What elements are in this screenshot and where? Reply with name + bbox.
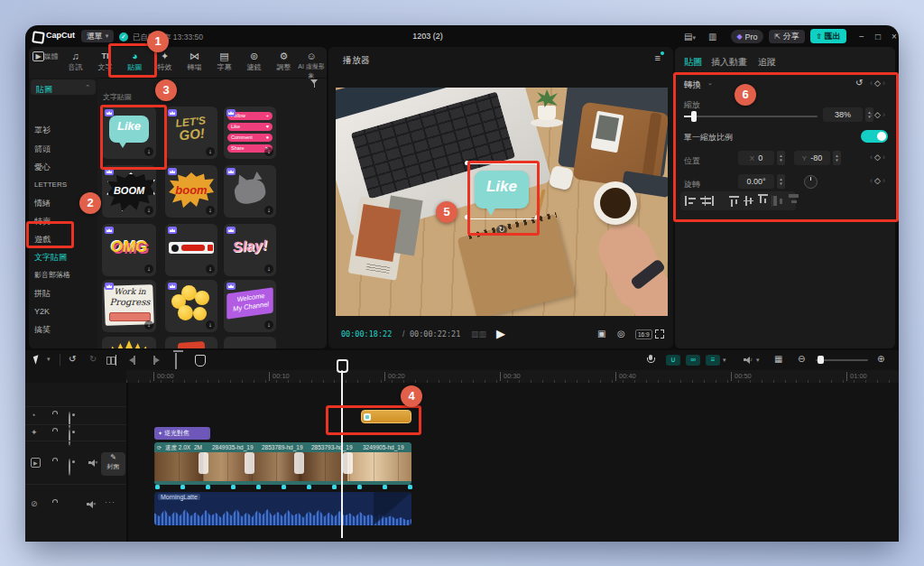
collapse-icon: ⌃ [85,79,90,95]
transition-handle[interactable] [245,452,254,474]
timeline-view-icon[interactable]: ▦ [774,354,782,364]
effect-clip[interactable]: ✦ 逆光對焦 [154,427,210,440]
chevron-down-icon[interactable]: ▾ [756,357,760,364]
greenscreen-icon[interactable]: ▣ [597,329,605,339]
minimize-button[interactable]: − [855,32,868,42]
download-icon[interactable]: ↓ [206,206,215,215]
mask-icon[interactable] [195,355,206,367]
download-icon[interactable]: ↓ [264,320,273,329]
sidebar-header[interactable]: 貼圖 ⌃ [31,79,96,95]
transition-handle[interactable] [343,452,353,474]
download-icon[interactable]: ↓ [206,320,215,329]
sticker-tile-boom-red[interactable]: boom ↓ [165,165,217,218]
pro-button[interactable]: ◆Pro [731,30,763,43]
tab-sticker-props[interactable]: 貼圖 [684,56,702,69]
fullscreen-icon[interactable] [655,329,664,339]
notification-dot [661,51,664,55]
download-icon[interactable]: ↓ [264,206,273,215]
redo-icon[interactable]: ↻ [89,354,97,364]
sidebar-item-arrows[interactable]: 箭頭 [34,140,97,158]
tab-transitions[interactable]: ⋈轉場 [180,50,209,72]
tab-insert-animation[interactable]: 插入動畫 [711,56,747,69]
adjust-icon: ⚙ [269,50,299,62]
audio-clip[interactable]: MorningLatte [154,492,411,525]
link-toggle-icon[interactable]: ∞ [686,355,700,366]
zoom-slider-thumb[interactable] [818,356,824,364]
tab-ai-avatar[interactable]: ☺AI 虛擬形象 [296,50,327,80]
sticker-tile-welcome[interactable]: Welcome My Channel ↓ [224,280,276,332]
layout-icon[interactable]: ▤▾ [684,32,696,42]
download-icon[interactable]: ↓ [264,147,273,156]
frame-view-icon[interactable]: ▥▥ [471,329,486,339]
sticker-tile-partial[interactable] [102,337,156,348]
sticker-tile-boom-bw[interactable]: BOOM ↓ [102,165,156,218]
download-icon[interactable]: ↓ [144,206,153,215]
chevron-down-icon[interactable]: ▾ [47,356,51,363]
play-button[interactable]: ▶ [496,327,505,340]
download-icon[interactable]: ↓ [144,264,153,274]
menu-button[interactable]: 選單▾ [81,30,114,42]
timeline-ruler[interactable]: 00:00 00:10 00:20 00:30 00:40 00:50 01:0… [126,370,899,383]
zoom-in-icon[interactable]: ⊕ [877,354,884,364]
sticker-tile-partial[interactable] [165,337,217,348]
playhead-head[interactable] [337,359,348,373]
snap-toggle-icon[interactable]: ∪ [666,355,680,366]
sticker-tile-wip[interactable]: Work in Progress ↓ [102,280,156,332]
select-tool-icon[interactable] [33,355,41,364]
tab-captions[interactable]: ▤字幕 [209,50,239,72]
sticker-tile-slay[interactable]: Slay! ↓ [224,224,276,276]
download-icon[interactable]: ↓ [144,320,153,329]
sidebar-item-text-stickers[interactable]: 文字貼圖 [34,248,97,266]
transition-handle[interactable] [199,452,208,474]
delete-icon[interactable] [175,353,177,369]
focus-icon[interactable]: ◎ [617,329,625,339]
maximize-button[interactable]: □ [872,32,884,42]
download-icon[interactable]: ↓ [264,264,273,274]
preview-axis-toggle-icon[interactable]: ≡ [706,355,720,366]
tab-adjust[interactable]: ⚙調整 [269,50,299,72]
thumb-frame-lines [154,452,411,481]
zoom-out-icon[interactable]: ⊖ [798,354,805,364]
more-icon[interactable]: ··· [105,497,116,506]
time-separator: / [402,329,404,339]
panel-toggle-icon[interactable]: ▥ [708,32,716,42]
sticker-tile-omg[interactable]: OMG ↓ [102,224,156,276]
sticker-tile-emoji-pile[interactable]: ↓ [165,280,217,332]
player-menu-icon[interactable]: ≡ [655,52,661,63]
sticker-tile-lets-go[interactable]: LET'S GO! ↓ [165,107,217,159]
tab-media[interactable]: ▶媒體 [31,50,60,61]
sidebar-item-hearts[interactable]: 愛心 [34,158,97,176]
beat-marker [206,485,210,489]
sticker-tile-partial[interactable] [224,337,276,348]
sticker-tile-cat[interactable]: ↓ [224,165,276,218]
sticker-tile-subscribe[interactable]: ↓ [165,224,217,276]
close-button[interactable]: × [888,32,901,42]
capcut-app: CapCut 選單▾ ✓ 已自動儲存 13:33:50 1203 (2) ▤▾ … [0,0,924,566]
cover-button[interactable]: ✎ 封面 [101,452,125,476]
follow-icon: + [266,112,269,120]
export-button[interactable]: ⇧匯出 [810,29,846,43]
boom-text: boom [169,183,214,197]
sidebar-item-vlog[interactable]: 影音部落格 [34,266,97,284]
playhead-line[interactable] [341,370,343,538]
sticker-tile-social-buttons[interactable]: Follow+ Like♥ Comment● Share➤ ↓ [224,107,276,159]
chevron-down-icon[interactable]: ▾ [723,357,726,364]
transition-handle[interactable] [294,452,304,474]
emoji-face [195,291,209,305]
tab-tracking[interactable]: 追蹤 [758,56,776,69]
sidebar-item-funny[interactable]: 搞笑 [34,320,97,339]
tab-filters[interactable]: ⊚濾鏡 [239,50,269,72]
diamond-icon: ◆ [736,32,742,41]
sidebar-item-letters[interactable]: LETTERS [34,176,97,194]
sidebar-item-collage[interactable]: 拼貼 [34,284,97,302]
ratio-button[interactable]: 16:9 [635,329,652,339]
download-icon[interactable]: ↓ [206,147,215,156]
share-button[interactable]: ⇱分享 [769,30,805,43]
visibility-icon[interactable] [69,459,70,476]
sidebar-item-y2k[interactable]: Y2K [34,302,97,320]
tab-audio[interactable]: ♫音訊 [60,50,90,72]
sidebar-item-cover-shirt[interactable]: 罩衫 [34,121,97,139]
download-icon[interactable]: ↓ [206,264,215,274]
undo-icon[interactable]: ↺ [69,354,76,364]
video-clip[interactable]: ⟳ 速度 2.0X 2M 2849935-hd_19 2853789-hd_19… [154,442,411,485]
